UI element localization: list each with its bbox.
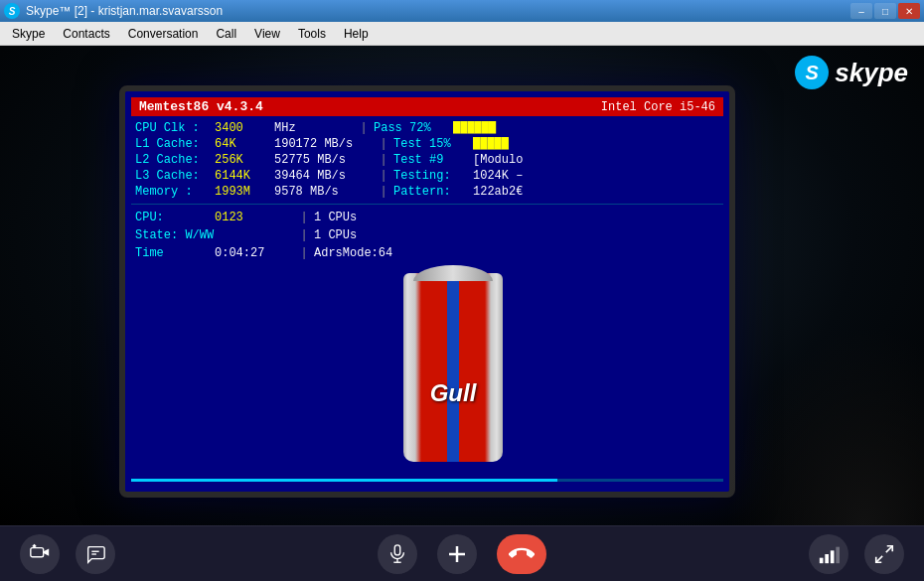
title-bar-title: Skype™ [2] - kristjan.mar.svavarsson bbox=[26, 4, 223, 18]
chat-button[interactable] bbox=[76, 534, 115, 574]
memtest-bottom-cpu: CPU: 0123 | 1 CPUs bbox=[125, 209, 729, 226]
chat-icon bbox=[84, 543, 106, 565]
memtest-divider bbox=[131, 204, 723, 205]
memtest-header: Memtest86 v4.3.4 Intel Core i5-46 bbox=[131, 97, 723, 116]
memtest-row-mem: Memory : 1993M 9578 MB/s | Pattern: 122a… bbox=[125, 184, 729, 200]
close-button[interactable]: ✕ bbox=[898, 3, 920, 19]
svg-rect-0 bbox=[31, 547, 44, 556]
mute-button[interactable] bbox=[378, 534, 417, 574]
svg-line-16 bbox=[886, 545, 892, 551]
menu-skype[interactable]: Skype bbox=[4, 24, 53, 44]
title-bar: S Skype™ [2] - kristjan.mar.svavarsson –… bbox=[0, 0, 924, 22]
memtest-row-l2: L2 Cache: 256K 52775 MB/s | Test #9 [Mod… bbox=[125, 152, 729, 168]
video-container: S skype Memtest86 v4.3.4 Intel Core i5-4… bbox=[0, 46, 924, 525]
memtest-row-cpu: CPU Clk : 3400 MHz | Pass 72% ██████ bbox=[125, 120, 729, 136]
title-bar-controls: – □ ✕ bbox=[850, 3, 920, 19]
svg-rect-13 bbox=[825, 554, 829, 563]
can-body-shape: Gull bbox=[403, 273, 503, 462]
menu-tools[interactable]: Tools bbox=[290, 24, 334, 44]
memtest-row-l3: L3 Cache: 6144K 39464 MB/s | Testing: 10… bbox=[125, 168, 729, 184]
toolbar-left bbox=[20, 534, 115, 574]
menu-view[interactable]: View bbox=[246, 24, 288, 44]
person-silhouette bbox=[725, 327, 924, 525]
end-call-button[interactable] bbox=[497, 534, 546, 574]
add-video-button[interactable] bbox=[20, 534, 60, 574]
beverage-can: Gull bbox=[388, 273, 518, 492]
memtest-cpu-info: Intel Core i5-46 bbox=[601, 100, 715, 114]
memtest-row-l1: L1 Cache: 64K 190172 MB/s | Test 15% ███… bbox=[125, 136, 729, 152]
svg-marker-1 bbox=[44, 548, 49, 555]
svg-rect-12 bbox=[820, 557, 824, 563]
skype-watermark-area: S skype bbox=[795, 56, 908, 89]
can-label-text: Gull bbox=[430, 379, 477, 407]
add-person-icon bbox=[445, 542, 469, 566]
signal-icon bbox=[818, 543, 840, 565]
can-body: Gull bbox=[403, 273, 503, 472]
skype-logo-circle: S bbox=[795, 56, 829, 89]
menu-conversation[interactable]: Conversation bbox=[120, 24, 207, 44]
fullscreen-button[interactable] bbox=[864, 534, 904, 574]
menu-bar: Skype Contacts Conversation Call View To… bbox=[0, 22, 924, 46]
memtest-bottom-state: State: W/WW | 1 CPUs bbox=[125, 226, 729, 244]
microphone-icon bbox=[386, 543, 408, 565]
menu-contacts[interactable]: Contacts bbox=[55, 24, 117, 44]
svg-rect-7 bbox=[394, 544, 400, 554]
skype-watermark-text: skype bbox=[835, 58, 908, 88]
minimize-button[interactable]: – bbox=[850, 3, 872, 19]
memtest-bottom-time: Time 0:04:27 | AdrsMode:64 bbox=[125, 244, 729, 262]
menu-help[interactable]: Help bbox=[336, 24, 377, 44]
svg-rect-15 bbox=[836, 546, 840, 563]
menu-call[interactable]: Call bbox=[208, 24, 244, 44]
toolbar-right bbox=[809, 534, 904, 574]
phone-end-icon bbox=[509, 541, 535, 567]
add-video-icon bbox=[29, 543, 51, 565]
skype-title-icon: S bbox=[4, 3, 20, 19]
memtest-bottom-rows: CPU: 0123 | 1 CPUs State: W/WW | 1 CPUs … bbox=[125, 209, 729, 262]
fullscreen-icon bbox=[873, 543, 895, 565]
signal-button[interactable] bbox=[809, 534, 848, 574]
title-bar-left: S Skype™ [2] - kristjan.mar.svavarsson bbox=[4, 3, 223, 19]
add-people-button[interactable] bbox=[437, 534, 477, 574]
memtest-title: Memtest86 v4.3.4 bbox=[139, 99, 263, 114]
svg-rect-14 bbox=[831, 550, 835, 563]
svg-line-17 bbox=[876, 555, 882, 561]
toolbar bbox=[0, 525, 924, 581]
memtest-data-rows: CPU Clk : 3400 MHz | Pass 72% ██████ L1 … bbox=[125, 120, 729, 200]
maximize-button[interactable]: □ bbox=[874, 3, 896, 19]
monitor-frame: Memtest86 v4.3.4 Intel Core i5-46 CPU Cl… bbox=[119, 85, 735, 498]
toolbar-center bbox=[378, 534, 546, 574]
